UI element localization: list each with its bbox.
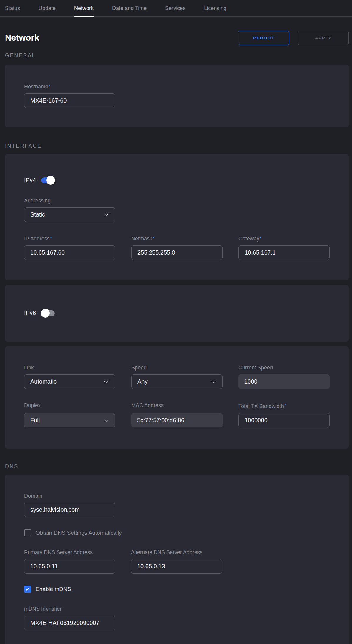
speed-value: Any: [137, 378, 147, 385]
ipv4-label: IPv4: [24, 177, 36, 184]
link-value: Automatic: [30, 378, 57, 385]
alternate-dns-label: Alternate DNS Server Address: [131, 549, 222, 556]
ipv6-toggle[interactable]: [41, 310, 55, 316]
toggle-knob: [46, 176, 55, 185]
enable-mdns-checkbox[interactable]: ✓: [24, 586, 31, 593]
duplex-label: Duplex: [24, 402, 115, 409]
tab-services[interactable]: Services: [165, 0, 185, 16]
tab-status[interactable]: Status: [5, 0, 20, 16]
required-marker: •: [153, 235, 154, 239]
tab-update[interactable]: Update: [39, 0, 56, 16]
current-speed-label: Current Speed: [238, 365, 330, 371]
addressing-value: Static: [30, 211, 45, 218]
tab-date-and-time[interactable]: Date and Time: [112, 0, 147, 16]
ipv4-toggle[interactable]: [41, 177, 55, 183]
mdns-identifier-label: mDNS Identifier: [24, 606, 330, 612]
gateway-label: Gateway•: [238, 235, 330, 242]
general-section-heading: GENERAL: [5, 52, 349, 59]
primary-dns-label: Primary DNS Server Address: [24, 549, 115, 556]
speed-label: Speed: [131, 365, 223, 371]
domain-label: Domain: [24, 493, 330, 499]
page-header: Network REBOOT APPLY: [0, 31, 352, 45]
required-marker: •: [49, 83, 50, 87]
obtain-dns-auto-checkbox-row[interactable]: Obtain DNS Settings Automatically: [24, 529, 330, 536]
gateway-input[interactable]: [238, 245, 330, 260]
dns-card: Domain Obtain DNS Settings Automatically…: [5, 475, 349, 644]
obtain-dns-auto-label: Obtain DNS Settings Automatically: [36, 530, 122, 536]
chevron-down-icon: [211, 379, 216, 384]
total-tx-bandwidth-input[interactable]: [238, 413, 330, 427]
header-buttons: REBOOT APPLY: [238, 31, 349, 45]
domain-input[interactable]: [24, 503, 115, 517]
toggle-knob: [41, 309, 50, 318]
hostname-input[interactable]: [24, 93, 115, 108]
mac-address-field: [131, 413, 223, 427]
mdns-identifier-input[interactable]: [24, 616, 115, 630]
dns-section-heading: DNS: [5, 463, 349, 470]
duplex-select: Full: [24, 413, 115, 427]
addressing-select[interactable]: Static: [24, 207, 115, 222]
ipv4-card: IPv4 Addressing Static IP Address• Netma…: [5, 154, 349, 280]
addressing-label: Addressing: [24, 198, 330, 204]
enable-mdns-label: Enable mDNS: [36, 586, 71, 592]
chevron-down-icon: [104, 417, 109, 422]
tab-licensing[interactable]: Licensing: [204, 0, 226, 16]
page-title: Network: [5, 33, 39, 43]
total-tx-bandwidth-label: Total TX Bandwidth•: [238, 402, 330, 409]
netmask-input[interactable]: [131, 245, 223, 260]
ipv6-label: IPv6: [24, 310, 36, 316]
check-icon: ✓: [26, 586, 30, 592]
chevron-down-icon: [104, 379, 109, 384]
required-marker: •: [285, 402, 286, 407]
speed-select[interactable]: Any: [131, 374, 223, 389]
chevron-down-icon: [104, 212, 109, 217]
link-label: Link: [24, 365, 115, 371]
interface-section-heading: INTERFACE: [5, 143, 349, 149]
mac-address-label: MAC Address: [131, 402, 223, 409]
current-speed-field: [238, 374, 330, 389]
ip-address-input[interactable]: [24, 245, 115, 260]
general-card: Hostname•: [5, 65, 349, 127]
required-marker: •: [260, 235, 261, 239]
duplex-value: Full: [30, 417, 40, 424]
enable-mdns-checkbox-row[interactable]: ✓ Enable mDNS: [24, 586, 330, 593]
obtain-dns-auto-checkbox[interactable]: [24, 529, 31, 536]
top-nav: Status Update Network Date and Time Serv…: [0, 0, 352, 17]
netmask-label: Netmask•: [131, 235, 223, 242]
link-select[interactable]: Automatic: [24, 374, 115, 389]
tab-network[interactable]: Network: [74, 0, 94, 16]
apply-button[interactable]: APPLY: [298, 31, 349, 45]
hostname-label: Hostname•: [24, 83, 330, 90]
link-settings-card: Link Speed Current Speed Automatic Any D…: [5, 346, 349, 449]
ip-address-label: IP Address•: [24, 235, 115, 242]
reboot-button[interactable]: REBOOT: [238, 31, 289, 45]
alternate-dns-input[interactable]: [131, 559, 222, 574]
ipv6-card: IPv6: [5, 285, 349, 342]
required-marker: •: [50, 235, 52, 239]
primary-dns-input[interactable]: [24, 559, 115, 574]
